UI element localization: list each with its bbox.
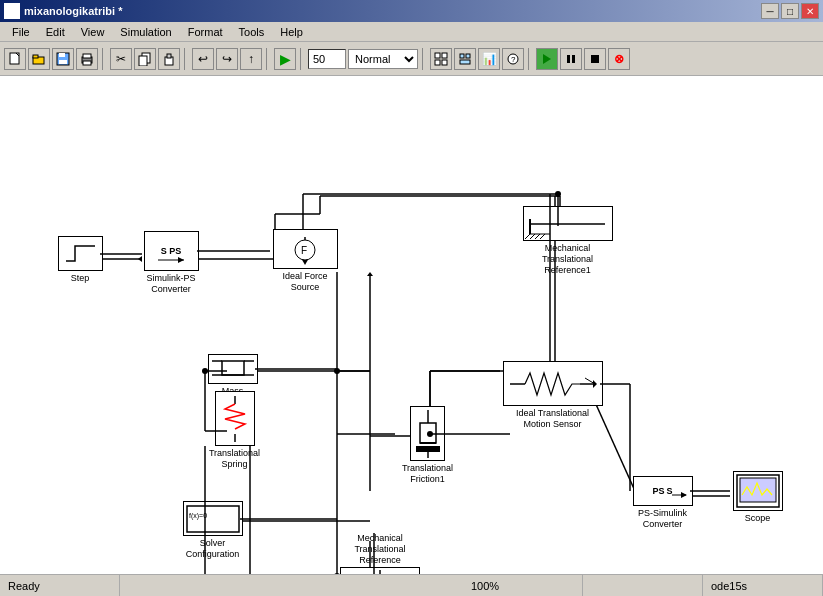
- idealforce-label: Ideal Force Source: [270, 271, 340, 293]
- solver-label: Solver Configuration: [186, 538, 240, 560]
- up-button[interactable]: ↑: [240, 48, 262, 70]
- svg-rect-13: [435, 53, 440, 58]
- play-button[interactable]: ▶: [274, 48, 296, 70]
- svg-marker-46: [367, 272, 373, 276]
- connections-svg: [0, 76, 823, 592]
- menu-format[interactable]: Format: [180, 24, 231, 40]
- minimize-button[interactable]: ─: [761, 3, 779, 19]
- pssim-block[interactable]: PS S PS-Simulink Converter: [630, 476, 695, 530]
- scope-label: Scope: [745, 513, 771, 524]
- diagram-canvas[interactable]: Step S PS Simulink-PS Converter F Ideal …: [0, 76, 823, 592]
- svg-rect-2: [33, 55, 38, 58]
- svg-rect-61: [222, 361, 244, 375]
- svg-line-59: [535, 234, 540, 239]
- sim-stop-button[interactable]: [584, 48, 606, 70]
- toolbar-sep-3: [266, 48, 270, 70]
- simulinkps-label: Simulink-PS Converter: [146, 273, 195, 295]
- transspring-label: Translational Spring: [207, 448, 262, 470]
- model-advisor-button[interactable]: ?: [502, 48, 524, 70]
- mechtransref2-label: Mechanical Translational Reference: [354, 533, 405, 565]
- copy-button[interactable]: [134, 48, 156, 70]
- svg-rect-4: [59, 53, 65, 57]
- title-bar: S mixanologikatribi * ─ □ ✕: [0, 0, 823, 22]
- status-blank: [583, 575, 703, 596]
- idealtrans-label: Ideal Translational Motion Sensor: [516, 408, 589, 430]
- undo-button[interactable]: ↩: [192, 48, 214, 70]
- transspring-block[interactable]: Translational Spring: [207, 391, 262, 470]
- model-browser-button[interactable]: [454, 48, 476, 70]
- svg-rect-69: [420, 423, 436, 443]
- svg-text:?: ?: [511, 55, 516, 64]
- svg-rect-19: [460, 60, 470, 64]
- svg-line-57: [525, 234, 530, 239]
- svg-rect-80: [187, 506, 239, 532]
- svg-rect-10: [139, 56, 147, 66]
- toolbar-sep-2: [184, 48, 188, 70]
- svg-text:f(x)=0: f(x)=0: [189, 512, 207, 520]
- sim-time-input[interactable]: [308, 49, 346, 69]
- menu-view[interactable]: View: [73, 24, 113, 40]
- status-zoom: 100%: [463, 575, 583, 596]
- toolbar-sep-1: [102, 48, 106, 70]
- svg-rect-71: [416, 446, 440, 452]
- transfriction-label: Translational Friction1: [402, 463, 453, 485]
- menu-tools[interactable]: Tools: [231, 24, 273, 40]
- svg-rect-14: [442, 53, 447, 58]
- open-button[interactable]: [28, 48, 50, 70]
- redo-button[interactable]: ↪: [216, 48, 238, 70]
- step-block[interactable]: Step: [55, 236, 105, 284]
- cut-button[interactable]: ✂: [110, 48, 132, 70]
- status-bar: Ready 100% ode15s: [0, 574, 823, 596]
- pssim-label: PS-Simulink Converter: [638, 508, 687, 530]
- menu-simulation[interactable]: Simulation: [112, 24, 179, 40]
- svg-rect-16: [442, 60, 447, 65]
- save-button[interactable]: [52, 48, 74, 70]
- scope-block[interactable]: Scope: [730, 471, 785, 524]
- maximize-button[interactable]: □: [781, 3, 799, 19]
- sim-run-button[interactable]: [536, 48, 558, 70]
- data-button[interactable]: 📊: [478, 48, 500, 70]
- toolbar-sep-6: [528, 48, 532, 70]
- toolbar-sep-5: [422, 48, 426, 70]
- svg-line-58: [530, 234, 535, 239]
- svg-rect-24: [572, 55, 575, 63]
- svg-rect-7: [83, 54, 91, 58]
- toolbar-sep-4: [300, 48, 304, 70]
- menu-help[interactable]: Help: [272, 24, 311, 40]
- status-solver: ode15s: [703, 575, 823, 596]
- svg-rect-18: [466, 54, 470, 58]
- solver-block[interactable]: f(x)=0 Solver Configuration: [180, 501, 245, 560]
- sim-mode-select[interactable]: Normal Accelerator Rapid Accelerator: [348, 49, 418, 69]
- simulinkps-block[interactable]: S PS Simulink-PS Converter: [142, 231, 200, 295]
- menu-bar: File Edit View Simulation Format Tools H…: [0, 22, 823, 42]
- menu-edit[interactable]: Edit: [38, 24, 73, 40]
- paste-button[interactable]: [158, 48, 180, 70]
- close-button[interactable]: ✕: [801, 3, 819, 19]
- diagram-connections: [0, 76, 823, 592]
- library-button[interactable]: [430, 48, 452, 70]
- toolbar: ✂ ↩ ↪ ↑ ▶ Normal Accelerator Rapid Accel…: [0, 42, 823, 76]
- mechtransref1-block[interactable]: Mechanical Translational Reference1: [520, 206, 615, 275]
- app-icon: S: [4, 3, 20, 19]
- transfriction-block[interactable]: Translational Friction1: [395, 406, 460, 485]
- sim-pause-button[interactable]: [560, 48, 582, 70]
- svg-rect-5: [59, 60, 67, 64]
- idealtrans-block[interactable]: Ideal Translational Motion Sensor: [500, 361, 605, 430]
- idealforce-block[interactable]: F Ideal Force Source: [270, 229, 340, 293]
- mechtransref1-label: Mechanical Translational Reference1: [542, 243, 593, 275]
- svg-rect-12: [167, 54, 171, 58]
- svg-marker-49: [178, 257, 184, 263]
- new-button[interactable]: [4, 48, 26, 70]
- svg-marker-22: [543, 54, 551, 64]
- svg-marker-75: [593, 380, 597, 388]
- svg-rect-23: [567, 55, 570, 63]
- status-ready: Ready: [0, 575, 120, 596]
- svg-rect-25: [591, 55, 599, 63]
- svg-text:F: F: [301, 245, 307, 256]
- svg-point-116: [334, 368, 340, 374]
- window-title: mixanologikatribi *: [24, 5, 122, 17]
- print-button[interactable]: [76, 48, 98, 70]
- menu-file[interactable]: File: [4, 24, 38, 40]
- svg-rect-8: [83, 61, 91, 65]
- scope-button[interactable]: ⊗: [608, 48, 630, 70]
